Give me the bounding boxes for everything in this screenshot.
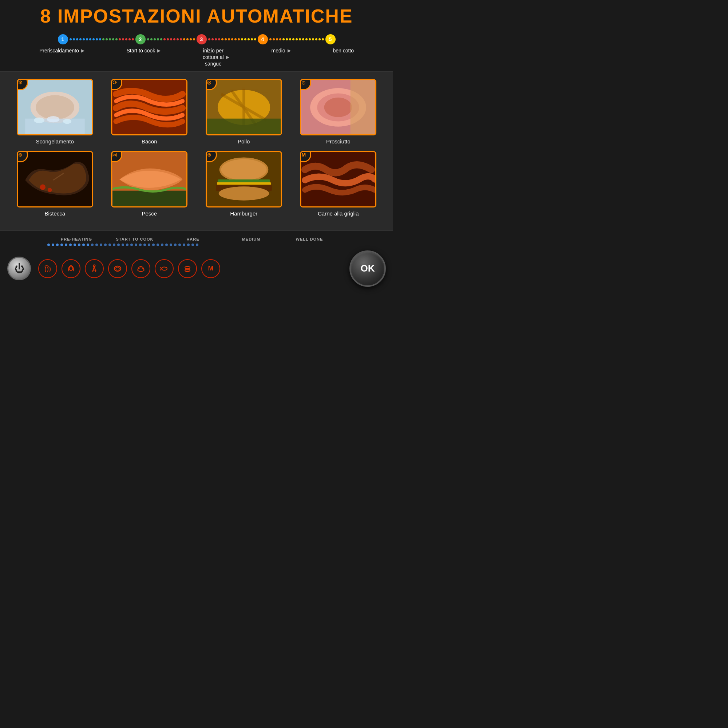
- food-image-scongelamento[interactable]: ❄: [17, 79, 93, 135]
- mode-icon-fish[interactable]: [155, 259, 174, 278]
- mode-icon-prosciutto[interactable]: [108, 259, 127, 278]
- svg-point-4: [34, 117, 44, 123]
- power-button[interactable]: ⏻: [7, 257, 31, 280]
- track-dot-8: [78, 243, 80, 246]
- track-dot-34: [191, 243, 194, 246]
- food-item-pesce[interactable]: ⋈ Pesce: [106, 151, 194, 217]
- step-2-circle: 2: [135, 34, 145, 44]
- ben-cotto-text: ben cotto: [333, 47, 354, 54]
- track-dot-20: [130, 243, 133, 246]
- food-label-pesce: Pesce: [142, 210, 157, 217]
- svg-point-35: [114, 266, 121, 271]
- track-dot-30: [174, 243, 177, 246]
- svg-rect-14: [207, 118, 281, 134]
- svg-rect-24: [112, 190, 186, 206]
- dots-segment-3: [207, 38, 258, 40]
- food-item-pollo[interactable]: ⊗ Pollo: [200, 79, 288, 145]
- step-3-circle: 3: [197, 34, 207, 44]
- food-label-bacon: Bacon: [142, 138, 157, 145]
- progress-labels-row: Preriscaldamento ▶ Start to cook ▶ inizi…: [15, 47, 379, 67]
- track-dot-24: [148, 243, 150, 246]
- track-dot-5: [65, 243, 67, 246]
- mode-icon-defrost[interactable]: [38, 259, 57, 278]
- mode-icon-chicken[interactable]: [85, 259, 104, 278]
- step-5-circle: 5: [326, 34, 336, 44]
- svg-rect-38: [185, 268, 190, 269]
- track-dot-29: [170, 243, 172, 246]
- power-icon: ⏻: [14, 262, 24, 274]
- dots-segment-4: [268, 38, 326, 40]
- track-dot-35: [196, 243, 198, 246]
- track-dot-1: [47, 243, 50, 246]
- progress-dots-row: 1 2 3 4 5: [15, 34, 379, 44]
- progress-section: 1 2 3 4 5 Preriscaldamento: [0, 29, 393, 72]
- track-dot-10: [87, 243, 89, 246]
- food-img-hamburger: [207, 152, 281, 206]
- track-dot-25: [152, 243, 155, 246]
- food-mode-icons: M: [38, 259, 342, 278]
- svg-point-18: [324, 98, 352, 117]
- track-dot-18: [122, 243, 124, 246]
- track-dot-27: [161, 243, 164, 246]
- progress-track-dots: [7, 243, 386, 246]
- food-image-pesce[interactable]: ⋈: [111, 151, 187, 208]
- stage-labels-row: PRE-HEATING START TO COOK RARE MEDIUM WE…: [7, 237, 386, 241]
- stage-medium: MEDIUM: [222, 237, 280, 241]
- food-img-bistecca: [18, 152, 92, 206]
- food-item-bistecca[interactable]: ⊛ Bistecca: [11, 151, 99, 217]
- food-item-hamburger[interactable]: ⊜: [200, 151, 288, 217]
- svg-rect-19: [350, 80, 375, 134]
- label-cottura: inizio percottura alsangue ▶: [203, 47, 229, 67]
- food-grid-section: ❄ Scongelamento: [0, 72, 393, 230]
- svg-rect-29: [217, 182, 271, 185]
- food-image-hamburger[interactable]: ⊜: [206, 151, 282, 208]
- food-image-bistecca[interactable]: ⊛: [17, 151, 93, 208]
- track-dot-32: [183, 243, 185, 246]
- step-4-circle: 4: [258, 34, 268, 44]
- mode-icon-sausage[interactable]: [61, 259, 80, 278]
- track-dot-28: [165, 243, 168, 246]
- mode-icon-steak[interactable]: [132, 259, 150, 278]
- arrow-2: ▶: [157, 48, 161, 53]
- track-dot-9: [82, 243, 85, 246]
- food-label-pollo: Pollo: [238, 138, 250, 145]
- food-item-scongelamento[interactable]: ❄ Scongelamento: [11, 79, 99, 145]
- food-image-prosciutto[interactable]: ⊙: [300, 79, 376, 135]
- control-panel: PRE-HEATING START TO COOK RARE MEDIUM WE…: [0, 230, 393, 292]
- step-1-circle: 1: [58, 34, 68, 44]
- food-image-pollo[interactable]: ⊗: [206, 79, 282, 135]
- svg-point-37: [166, 267, 167, 268]
- track-dot-33: [187, 243, 190, 246]
- track-dot-12: [95, 243, 98, 246]
- ok-button[interactable]: OK: [349, 251, 386, 287]
- arrow-3: ▶: [226, 55, 229, 60]
- svg-point-27: [221, 159, 266, 180]
- food-item-griglia[interactable]: M Carne alla griglia: [294, 151, 382, 217]
- medio-text: medio: [271, 47, 285, 54]
- cottura-text: inizio percottura alsangue: [203, 47, 224, 67]
- mode-icon-manual[interactable]: M: [201, 259, 220, 278]
- track-dot-7: [73, 243, 76, 246]
- food-item-bacon[interactable]: ⟳ Bacon: [106, 79, 194, 145]
- preriscaldamento-text: Preriscaldamento: [39, 47, 79, 54]
- svg-point-22: [48, 188, 52, 192]
- header-section: 8 IMPOSTAZIONI AUTOMATICHE: [0, 0, 393, 29]
- label-ben-cotto: ben cotto: [333, 47, 354, 54]
- start-cook-text: Start to cook: [127, 47, 155, 54]
- mode-icon-burger[interactable]: [178, 259, 197, 278]
- track-dot-21: [135, 243, 137, 246]
- svg-point-5: [63, 119, 71, 123]
- food-image-bacon[interactable]: ⟳: [111, 79, 187, 135]
- dots-segment-1: [68, 38, 135, 40]
- svg-point-36: [116, 267, 119, 270]
- track-dot-22: [139, 243, 142, 246]
- svg-point-2: [36, 95, 74, 119]
- food-img-griglia: [301, 152, 375, 206]
- label-preriscaldamento: Preriscaldamento ▶: [39, 47, 84, 54]
- svg-point-6: [47, 116, 60, 122]
- food-img-pesce: [112, 152, 187, 206]
- food-item-prosciutto[interactable]: ⊙ Prosciutto: [294, 79, 382, 145]
- svg-point-21: [40, 184, 45, 190]
- food-image-griglia[interactable]: M: [300, 151, 376, 208]
- track-dot-11: [91, 243, 93, 246]
